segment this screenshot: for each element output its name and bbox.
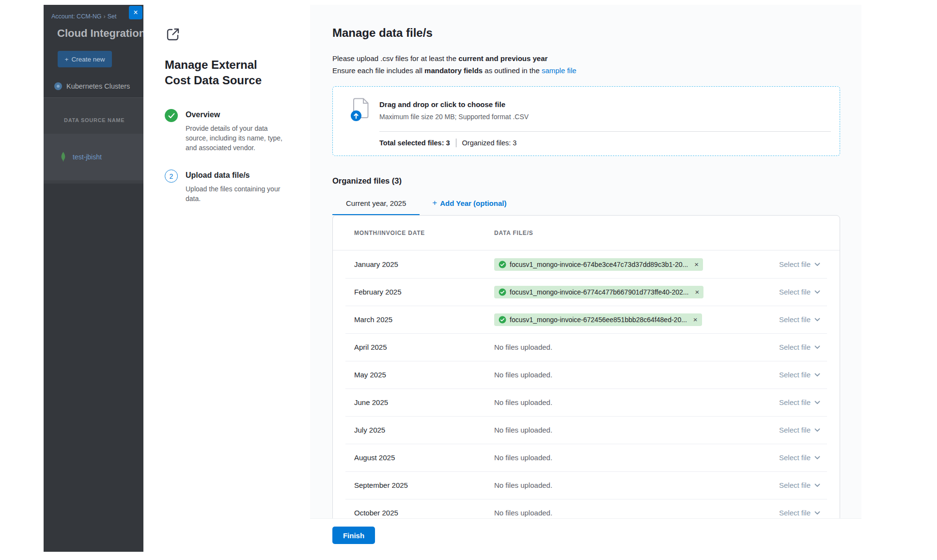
file-cell: No files uploaded. xyxy=(494,371,779,379)
step-upload-data-files[interactable]: 2 Upload data file/s Upload the files co… xyxy=(165,171,291,203)
chevron-down-icon xyxy=(814,456,820,460)
file-stats: Total selected files: 3 Organized files:… xyxy=(379,132,831,154)
month-cell: January 2025 xyxy=(354,260,494,268)
file-chip: focusv1_mongo-invoice-674be3ce47c73d37dd… xyxy=(494,258,703,271)
step-overview[interactable]: Overview Provide details of your data so… xyxy=(165,110,291,153)
tab-kubernetes-clusters[interactable]: Kubernetes Clusters xyxy=(54,82,130,90)
breadcrumb-account-link[interactable]: Account: CCM-NG xyxy=(51,13,102,20)
file-cell: focusv1_mongo-invoice-674be3ce47c73d37dd… xyxy=(494,258,779,271)
close-button[interactable]: × xyxy=(129,6,142,19)
wizard-steps: Overview Provide details of your data so… xyxy=(165,110,291,203)
plus-icon: + xyxy=(432,198,437,208)
select-file-dropdown[interactable]: Select file xyxy=(779,426,820,434)
step-number-badge: 2 xyxy=(165,170,178,183)
select-file-label: Select file xyxy=(779,453,811,462)
chevron-down-icon xyxy=(814,511,820,515)
step-label: Overview xyxy=(186,110,291,119)
month-cell: March 2025 xyxy=(354,315,494,324)
select-file-dropdown[interactable]: Select file xyxy=(779,371,820,379)
sample-file-link[interactable]: sample file xyxy=(542,66,577,75)
table-row: May 2025 No files uploaded. Select file xyxy=(333,361,840,389)
tab-current-year[interactable]: Current year, 2025 xyxy=(332,194,420,215)
remove-file-button[interactable]: × xyxy=(694,261,699,268)
main-panel: Manage data file/s Please upload .csv fi… xyxy=(310,5,861,552)
table-row: October 2025 No files uploaded. Select f… xyxy=(333,499,840,518)
no-files-text: No files uploaded. xyxy=(494,453,552,462)
table-row: July 2025 No files uploaded. Select file xyxy=(333,416,840,444)
no-files-text: No files uploaded. xyxy=(494,509,552,517)
select-file-label: Select file xyxy=(779,343,811,351)
step-complete-check-icon xyxy=(165,109,178,122)
header-month-invoice-date: MONTH/INVOICE DATE xyxy=(354,230,494,236)
plus-icon: + xyxy=(65,56,69,63)
kubernetes-icon xyxy=(54,82,62,90)
file-chip: focusv1_mongo-invoice-672456ee851bbb28c6… xyxy=(494,313,702,326)
month-cell: May 2025 xyxy=(354,371,494,379)
chevron-down-icon xyxy=(814,263,820,266)
month-cell: June 2025 xyxy=(354,398,494,406)
no-files-text: No files uploaded. xyxy=(494,371,552,379)
scroll-area: Manage data file/s Please upload .csv fi… xyxy=(310,5,861,518)
file-chip-name: focusv1_mongo-invoice-674be3ce47c73d37dd… xyxy=(510,261,688,268)
create-new-label: Create new xyxy=(71,56,105,63)
data-source-name-link[interactable]: test-jbisht xyxy=(73,153,102,161)
page-heading: Manage data file/s xyxy=(332,26,840,40)
step-label: Upload data file/s xyxy=(186,171,291,180)
file-dropzone[interactable]: Drag and drop or click to choose file Ma… xyxy=(332,86,840,156)
breadcrumb-item[interactable]: Set xyxy=(108,13,117,20)
table-row: June 2025 No files uploaded. Select file xyxy=(333,389,840,416)
month-cell: September 2025 xyxy=(354,481,494,489)
select-file-dropdown[interactable]: Select file xyxy=(779,288,820,296)
file-cell: No files uploaded. xyxy=(494,481,779,489)
select-file-dropdown[interactable]: Select file xyxy=(779,343,820,351)
upload-file-icon xyxy=(349,97,372,124)
data-source-row[interactable]: test-jbisht xyxy=(44,134,143,180)
select-file-dropdown[interactable]: Select file xyxy=(779,481,820,489)
check-icon xyxy=(499,288,506,296)
create-new-button[interactable]: + Create new xyxy=(58,51,112,67)
select-file-dropdown[interactable]: Select file xyxy=(779,260,820,268)
screenshot-canvas: Account: CCM-NG›Set Cloud Integration + … xyxy=(0,0,937,560)
select-file-label: Select file xyxy=(779,398,811,406)
finish-button[interactable]: Finish xyxy=(332,527,375,544)
check-icon xyxy=(499,316,506,324)
data-source-table: DATA SOURCE NAME test-jbisht xyxy=(44,97,143,184)
drawer-footer: Finish xyxy=(310,518,861,552)
select-file-label: Select file xyxy=(779,371,811,379)
instruction-line-2: Ensure each file includes all mandatory … xyxy=(332,64,840,77)
no-files-text: No files uploaded. xyxy=(494,343,552,351)
external-link-icon xyxy=(165,26,291,45)
select-file-label: Select file xyxy=(779,481,811,489)
breadcrumb: Account: CCM-NG›Set xyxy=(51,13,116,20)
select-file-dropdown[interactable]: Select file xyxy=(779,509,820,517)
month-cell: July 2025 xyxy=(354,426,494,434)
chevron-down-icon xyxy=(814,483,820,487)
file-cell: No files uploaded. xyxy=(494,509,779,517)
check-icon xyxy=(499,261,506,268)
remove-file-button[interactable]: × xyxy=(695,288,699,296)
chevron-down-icon xyxy=(814,373,820,377)
upload-instructions: Please upload .csv files for at least th… xyxy=(332,52,840,77)
header-data-files: DATA FILE/S xyxy=(494,230,533,236)
add-year-button[interactable]: + Add Year (optional) xyxy=(432,198,506,215)
no-files-text: No files uploaded. xyxy=(494,481,552,489)
select-file-dropdown[interactable]: Select file xyxy=(779,453,820,462)
no-files-text: No files uploaded. xyxy=(494,426,552,434)
file-cell: focusv1_mongo-invoice-6774c477b667901d77… xyxy=(494,286,779,298)
file-cell: focusv1_mongo-invoice-672456ee851bbb28c6… xyxy=(494,313,779,326)
remove-file-button[interactable]: × xyxy=(693,316,698,323)
stats-divider xyxy=(456,139,456,147)
files-table-card: MONTH/INVOICE DATE DATA FILE/S January 2… xyxy=(332,215,840,518)
step-description: Upload the files containing your data. xyxy=(186,184,291,203)
select-file-label: Select file xyxy=(779,315,811,324)
chevron-down-icon xyxy=(814,428,820,432)
dropzone-title: Drag and drop or click to choose file xyxy=(379,100,529,109)
dropzone-subtitle: Maximum file size 20 MB; Supported forma… xyxy=(379,113,529,121)
select-file-dropdown[interactable]: Select file xyxy=(779,398,820,406)
file-cell: No files uploaded. xyxy=(494,343,779,351)
wizard-title: Manage External Cost Data Source xyxy=(165,57,283,88)
month-cell: August 2025 xyxy=(354,453,494,462)
background-page-title: Cloud Integration xyxy=(57,27,143,40)
select-file-dropdown[interactable]: Select file xyxy=(779,315,820,324)
select-file-label: Select file xyxy=(779,426,811,434)
